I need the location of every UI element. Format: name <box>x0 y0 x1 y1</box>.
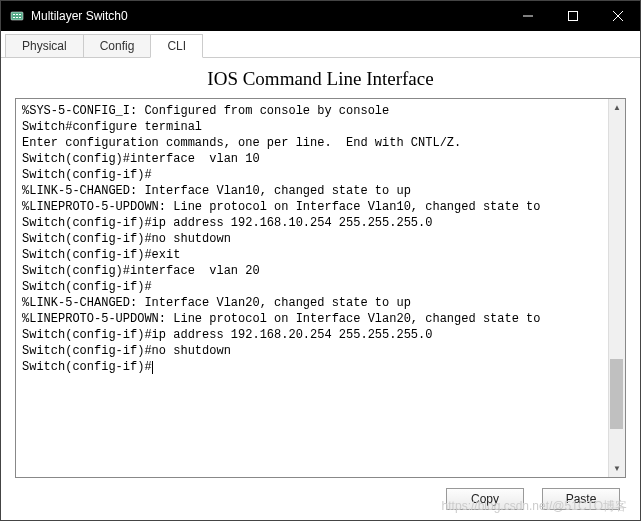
svg-rect-6 <box>19 17 21 18</box>
terminal-line: %LINK-5-CHANGED: Interface Vlan10, chang… <box>22 183 602 199</box>
svg-rect-4 <box>13 17 15 18</box>
terminal-line: Switch(config-if)# <box>22 359 602 375</box>
app-window: Multilayer Switch0 Physical Config CLI I… <box>0 0 641 521</box>
terminal-line: Enter configuration commands, one per li… <box>22 135 602 151</box>
terminal-line: Switch(config-if)# <box>22 167 602 183</box>
terminal-line: Switch(config)#interface vlan 20 <box>22 263 602 279</box>
terminal-output[interactable]: %SYS-5-CONFIG_I: Configured from console… <box>16 99 608 477</box>
tab-content: IOS Command Line Interface %SYS-5-CONFIG… <box>1 58 640 520</box>
terminal-line: Switch(config-if)#no shutdown <box>22 231 602 247</box>
minimize-button[interactable] <box>505 1 550 31</box>
terminal-line: %LINEPROTO-5-UPDOWN: Line protocol on In… <box>22 311 602 327</box>
scroll-thumb[interactable] <box>610 359 623 429</box>
tab-physical[interactable]: Physical <box>5 34 84 57</box>
window-title: Multilayer Switch0 <box>31 9 505 23</box>
titlebar[interactable]: Multilayer Switch0 <box>1 1 640 31</box>
svg-rect-5 <box>16 17 18 18</box>
maximize-button[interactable] <box>550 1 595 31</box>
svg-rect-8 <box>568 12 577 21</box>
scrollbar[interactable]: ▲ ▼ <box>608 99 625 477</box>
scroll-down-icon[interactable]: ▼ <box>609 460 625 477</box>
svg-rect-2 <box>16 14 18 15</box>
terminal-line: Switch(config-if)# <box>22 279 602 295</box>
close-button[interactable] <box>595 1 640 31</box>
tab-bar: Physical Config CLI <box>1 31 640 58</box>
terminal-container: %SYS-5-CONFIG_I: Configured from console… <box>15 98 626 478</box>
tab-config[interactable]: Config <box>83 34 152 57</box>
svg-rect-0 <box>11 12 23 20</box>
terminal-line: %LINEPROTO-5-UPDOWN: Line protocol on In… <box>22 199 602 215</box>
terminal-line: %LINK-5-CHANGED: Interface Vlan20, chang… <box>22 295 602 311</box>
tab-cli[interactable]: CLI <box>150 34 203 58</box>
terminal-line: Switch(config)#interface vlan 10 <box>22 151 602 167</box>
window-controls <box>505 1 640 31</box>
terminal-line: Switch(config-if)#ip address 192.168.10.… <box>22 215 602 231</box>
svg-rect-3 <box>19 14 21 15</box>
paste-button[interactable]: Paste <box>542 488 620 510</box>
terminal-line: %SYS-5-CONFIG_I: Configured from console… <box>22 103 602 119</box>
copy-button[interactable]: Copy <box>446 488 524 510</box>
app-icon <box>9 8 25 24</box>
text-cursor <box>152 361 153 374</box>
terminal-line: Switch(config-if)#exit <box>22 247 602 263</box>
terminal-line: Switch#configure terminal <box>22 119 602 135</box>
svg-rect-1 <box>13 14 15 15</box>
button-row: Copy Paste <box>15 478 626 510</box>
cli-heading: IOS Command Line Interface <box>15 68 626 90</box>
scroll-up-icon[interactable]: ▲ <box>609 99 625 116</box>
terminal-line: Switch(config-if)#ip address 192.168.20.… <box>22 327 602 343</box>
terminal-line: Switch(config-if)#no shutdown <box>22 343 602 359</box>
